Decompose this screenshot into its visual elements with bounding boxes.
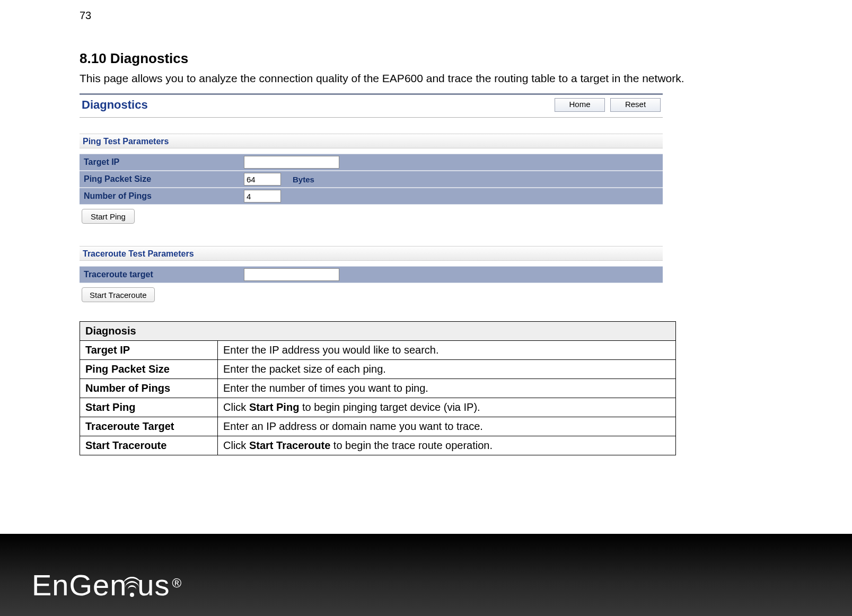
row-desc: Enter the number of times you want to pi… xyxy=(218,379,676,398)
table-row: Ping Packet Size Enter the packet size o… xyxy=(80,360,676,379)
num-pings-label: Number of Pings xyxy=(80,191,244,201)
wifi-icon xyxy=(127,565,137,602)
table-row: Start Traceroute Click Start Traceroute … xyxy=(80,436,676,455)
reset-button[interactable]: Reset xyxy=(610,98,661,112)
screenshot-title: Diagnostics xyxy=(82,98,148,112)
packet-size-label: Ping Packet Size xyxy=(80,174,244,184)
screenshot-header: Diagnostics Home Reset xyxy=(80,95,663,118)
packet-size-row: Ping Packet Size Bytes xyxy=(80,171,663,188)
num-pings-row: Number of Pings xyxy=(80,188,663,205)
table-row: Target IP Enter the IP address you would… xyxy=(80,341,676,360)
row-key: Traceroute Target xyxy=(80,417,218,436)
page-number: 73 xyxy=(80,10,91,22)
diagnostics-screenshot: Diagnostics Home Reset Ping Test Paramet… xyxy=(80,93,663,302)
row-desc: Enter an IP address or domain name you w… xyxy=(218,417,676,436)
section-intro: This page allows you to analyze the conn… xyxy=(80,71,779,86)
table-row: Start Ping Click Start Ping to begin pin… xyxy=(80,398,676,417)
packet-size-input[interactable] xyxy=(244,173,281,186)
row-key: Target IP xyxy=(80,341,218,360)
start-ping-button[interactable]: Start Ping xyxy=(82,209,135,224)
target-ip-row: Target IP xyxy=(80,154,663,171)
home-button[interactable]: Home xyxy=(555,98,605,112)
target-ip-label: Target IP xyxy=(80,157,244,167)
diagnosis-table: Diagnosis Target IP Enter the IP address… xyxy=(80,321,676,455)
row-desc: Enter the packet size of each ping. xyxy=(218,360,676,379)
row-desc: Enter the IP address you would like to s… xyxy=(218,341,676,360)
traceroute-target-label: Traceroute target xyxy=(80,270,244,279)
logo-text-post: us xyxy=(137,568,170,602)
traceroute-section-label: Traceroute Test Parameters xyxy=(80,246,663,261)
table-row: Traceroute Target Enter an IP address or… xyxy=(80,417,676,436)
row-key: Number of Pings xyxy=(80,379,218,398)
row-key: Start Ping xyxy=(80,398,218,417)
bytes-label: Bytes xyxy=(293,175,314,184)
traceroute-target-row: Traceroute target xyxy=(80,266,663,283)
row-desc: Click Start Ping to begin pinging target… xyxy=(218,398,676,417)
header-buttons: Home Reset xyxy=(555,98,661,112)
row-desc: Click Start Traceroute to begin the trac… xyxy=(218,436,676,455)
content-area: 8.10 Diagnostics This page allows you to… xyxy=(80,50,779,455)
row-key: Ping Packet Size xyxy=(80,360,218,379)
section-title: 8.10 Diagnostics xyxy=(80,50,779,67)
registered-icon: ® xyxy=(172,576,182,591)
footer: EnGen us ® xyxy=(0,534,852,616)
engenius-logo: EnGen us ® xyxy=(32,561,181,602)
start-traceroute-button[interactable]: Start Traceroute xyxy=(82,287,155,302)
table-header: Diagnosis xyxy=(80,322,676,341)
target-ip-input[interactable] xyxy=(244,156,339,169)
row-key: Start Traceroute xyxy=(80,436,218,455)
num-pings-input[interactable] xyxy=(244,190,281,203)
traceroute-target-input[interactable] xyxy=(244,268,339,281)
table-row: Number of Pings Enter the number of time… xyxy=(80,379,676,398)
logo-text-pre: EnGen xyxy=(32,568,127,602)
ping-section-label: Ping Test Parameters xyxy=(80,134,663,148)
